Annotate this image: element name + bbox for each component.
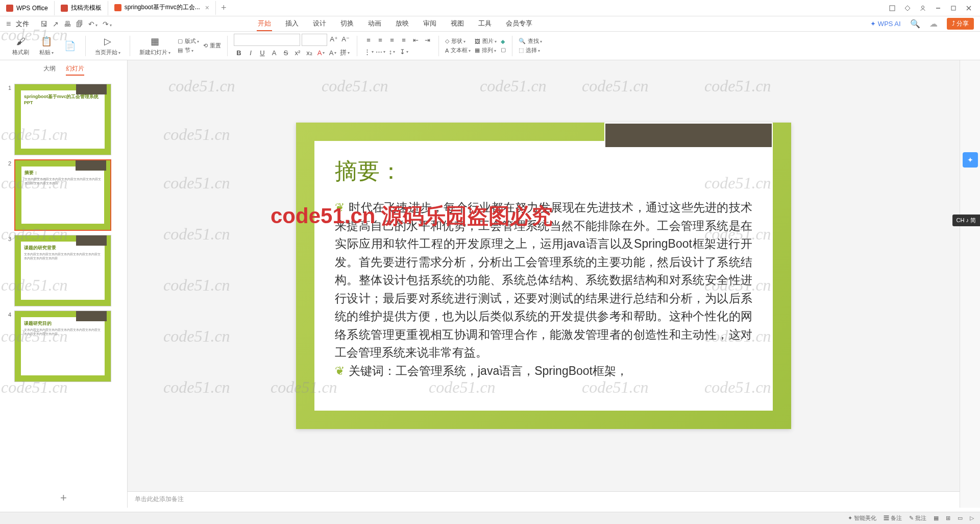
play-from-current-button[interactable]: ▷当页开始 — [92, 35, 124, 56]
app-tab-wps[interactable]: WPS Office — [0, 1, 55, 15]
indent-decrease-icon[interactable]: ⇤ — [410, 35, 421, 45]
highlight-button[interactable]: A — [328, 47, 338, 58]
panel-tab-outline[interactable]: 大纲 — [43, 64, 56, 76]
window-box1-icon[interactable] — [885, 1, 899, 15]
picture-button[interactable]: 🖼图片 — [475, 37, 497, 45]
save-icon[interactable]: 🖫 — [40, 20, 47, 28]
tab-animation[interactable]: 动画 — [367, 17, 382, 31]
tab-insert[interactable]: 插入 — [284, 17, 300, 31]
textbox-button[interactable]: A文本框 — [445, 46, 471, 54]
tab-play[interactable]: 放映 — [395, 17, 410, 31]
share-button[interactable]: ⤴ 分享 — [947, 18, 974, 30]
section-button[interactable]: ▤节 — [178, 46, 199, 54]
ime-badge[interactable]: CH ♪ 简 — [952, 215, 981, 226]
status-beautify[interactable]: ✦ 智能美化 — [848, 514, 876, 522]
window-user-icon[interactable] — [916, 1, 930, 15]
indent-increase-icon[interactable]: ⇥ — [422, 35, 432, 45]
global-search-icon[interactable]: 🔍 — [910, 19, 920, 29]
slide-viewport[interactable]: 摘要： ❦时代在飞速进步，每个行业都在努力发展现在先进技术，通过这些先进的技术来… — [128, 60, 960, 491]
status-view-reading-icon[interactable]: ▭ — [958, 515, 963, 521]
strikethrough-s-button[interactable]: S — [281, 47, 291, 58]
pinyin-button[interactable]: 拼 — [339, 47, 350, 58]
reset-button[interactable]: ⟲重置 — [203, 42, 221, 50]
tab-tools[interactable]: 工具 — [477, 17, 493, 31]
status-view-slideshow-icon[interactable]: ▷ — [970, 515, 974, 521]
panel-tab-slides[interactable]: 幻灯片 — [66, 64, 84, 76]
wps-logo-icon — [6, 5, 13, 12]
align-justify-icon[interactable]: ≡ — [399, 35, 409, 45]
tab-view[interactable]: 视图 — [450, 17, 465, 31]
svg-point-1 — [922, 6, 924, 8]
subscript-button[interactable]: x₂ — [304, 47, 314, 58]
superscript-button[interactable]: x² — [292, 47, 303, 58]
slide-current[interactable]: 摘要： ❦时代在飞速进步，每个行业都在努力发展现在先进技术，通过这些先进的技术来… — [296, 123, 791, 429]
paste-button[interactable]: 📋粘贴 — [36, 35, 57, 56]
status-notes[interactable]: ☰ 备注 — [884, 514, 902, 522]
slide-thumbnail[interactable]: springboot基于mvc的工会管理系统PPT — [14, 84, 111, 155]
slide-thumbnail[interactable]: 课题研究目的文本内容文本内容文本内容文本内容文本内容文本内容文本内容文本内容文本… — [14, 311, 111, 382]
slide-thumbnail[interactable]: 摘要：文本内容文本内容文本内容文本内容文本内容文本内容文本内容文本内容文本内容 — [14, 159, 111, 231]
bold-button[interactable]: B — [234, 47, 244, 58]
undo-button[interactable]: ↶ — [88, 20, 97, 28]
tab-home[interactable]: 开始 — [257, 17, 272, 31]
new-slide-button[interactable]: ▦新建幻灯片 — [136, 35, 174, 56]
slide-thumbnail[interactable]: 课题的研究背景文本内容文本内容文本内容文本内容文本内容文本内容文本内容文本内容文… — [14, 235, 111, 306]
hamburger-icon[interactable]: ≡ — [6, 19, 11, 29]
new-tab-button[interactable]: + — [216, 3, 232, 13]
slide-heading[interactable]: 摘要： — [335, 156, 752, 186]
rail-ai-icon[interactable]: ✦ — [963, 152, 978, 168]
tab-transition[interactable]: 切换 — [339, 17, 355, 31]
export-icon[interactable]: ↗ — [53, 20, 59, 28]
canvas-area: 摘要： ❦时代在飞速进步，每个行业都在努力发展现在先进技术，通过这些先进的技术来… — [128, 60, 960, 508]
arrange-button[interactable]: ▦排列 — [475, 46, 497, 54]
document-tab[interactable]: springboot基于mvc的工会...× — [108, 1, 216, 15]
underline-button[interactable]: U — [257, 47, 267, 58]
font-size-select[interactable] — [302, 34, 327, 46]
decrease-font-icon[interactable]: A⁻ — [340, 34, 351, 44]
numbering-button[interactable]: ⋯ — [375, 46, 385, 57]
app-tab-template[interactable]: 找稿壳模板 — [55, 1, 108, 15]
strikethrough-button[interactable]: A — [269, 47, 279, 58]
bullets-button[interactable]: ⋮ — [363, 46, 374, 57]
text-direction-button[interactable]: ↧ — [399, 46, 409, 57]
tab-design[interactable]: 设计 — [312, 17, 327, 31]
print-preview-icon[interactable]: 🗐 — [76, 20, 83, 28]
cloud-sync-icon[interactable]: ☁ — [929, 19, 938, 29]
align-left-icon[interactable]: ≡ — [363, 35, 374, 45]
status-view-normal-icon[interactable]: ▦ — [934, 515, 939, 521]
increase-font-icon[interactable]: A⁺ — [329, 34, 339, 44]
main-area: 大纲 幻灯片 1springboot基于mvc的工会管理系统PPT2摘要：文本内… — [0, 60, 980, 508]
close-button[interactable] — [962, 1, 976, 15]
tab-close-icon[interactable]: × — [205, 4, 209, 12]
tab-member[interactable]: 会员专享 — [505, 17, 533, 31]
find-button[interactable]: 🔍查找 — [519, 37, 542, 45]
print-icon[interactable]: 🖶 — [64, 20, 71, 28]
redo-button[interactable]: ↷ — [103, 20, 112, 28]
minimize-button[interactable] — [931, 1, 945, 15]
layout-button[interactable]: ▢版式 — [178, 37, 199, 45]
italic-button[interactable]: I — [246, 47, 256, 58]
file-menu[interactable]: 文件 — [16, 19, 29, 29]
shape-fill-icon[interactable]: ◆ — [501, 38, 506, 45]
format-painter-button[interactable]: 🖌格式刷 — [9, 35, 32, 56]
shape-outline-icon[interactable]: ▢ — [501, 46, 506, 53]
maximize-button[interactable] — [946, 1, 961, 15]
clipboard-more-icon[interactable]: 📄 — [61, 40, 79, 52]
status-view-sorter-icon[interactable]: ⊞ — [946, 515, 950, 521]
align-right-icon[interactable]: ≡ — [387, 35, 397, 45]
wps-ai-button[interactable]: ✦ WPS AI — [870, 20, 901, 28]
align-center-icon[interactable]: ≡ — [375, 35, 385, 45]
window-box2-icon[interactable] — [900, 1, 915, 15]
line-spacing-button[interactable]: ↕ — [387, 46, 397, 57]
thumb-number: 3 — [5, 235, 11, 306]
shape-button[interactable]: ◇形状 — [445, 37, 471, 45]
tab-review[interactable]: 审阅 — [422, 17, 437, 31]
status-comments[interactable]: ✎ 批注 — [909, 514, 926, 522]
title-bar: WPS Office 找稿壳模板 springboot基于mvc的工会...× … — [0, 0, 980, 16]
add-slide-button[interactable]: + — [0, 488, 127, 508]
font-family-select[interactable] — [234, 34, 300, 46]
font-color-button[interactable]: A — [316, 47, 326, 58]
notes-pane[interactable]: 单击此处添加备注 — [128, 491, 960, 508]
select-button[interactable]: ⬚选择 — [519, 46, 542, 54]
thumb-number: 4 — [5, 311, 11, 382]
